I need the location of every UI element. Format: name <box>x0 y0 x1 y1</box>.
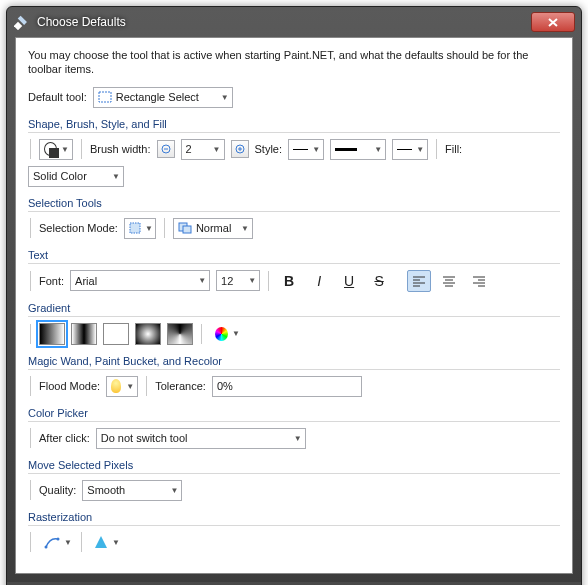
gradient-radial-button[interactable] <box>135 323 161 345</box>
selection-section-title: Selection Tools <box>28 197 560 209</box>
line-icon <box>335 148 357 151</box>
align-center-button[interactable] <box>437 270 461 292</box>
raster-flask-dropdown[interactable]: ▼ <box>90 532 124 553</box>
svg-point-23 <box>45 546 48 549</box>
style-end-dropdown[interactable]: ▼ <box>392 139 428 160</box>
chevron-down-icon: ▼ <box>170 486 178 495</box>
fill-value: Solid Color <box>33 170 87 182</box>
selection-mode-dropdown[interactable]: ▼ <box>124 218 156 239</box>
color-wheel-icon <box>215 327 228 341</box>
tolerance-value: 0% <box>217 380 233 392</box>
gradient-reflected-button[interactable] <box>71 323 97 345</box>
chevron-down-icon: ▼ <box>374 145 382 154</box>
curve-icon <box>44 535 60 549</box>
gradient-conical-button[interactable] <box>167 323 193 345</box>
strike-button[interactable]: S <box>367 270 391 292</box>
selection-combine-icon <box>178 222 192 234</box>
chevron-down-icon: ▼ <box>112 172 120 181</box>
dialog-body: You may choose the tool that is active w… <box>15 37 573 574</box>
svg-rect-2 <box>99 92 111 102</box>
style-label: Style: <box>255 143 283 155</box>
chevron-down-icon: ▼ <box>213 145 221 154</box>
flask-icon <box>95 536 107 548</box>
close-button[interactable] <box>531 12 575 32</box>
flood-mode-dropdown[interactable]: ▼ <box>106 376 138 397</box>
chevron-down-icon: ▼ <box>232 329 240 338</box>
gradient-diamond-button[interactable] <box>103 323 129 345</box>
gradient-section-title: Gradient <box>28 302 560 314</box>
fill-label: Fill: <box>445 143 462 155</box>
gradient-linear-button[interactable] <box>39 323 65 345</box>
bold-button[interactable]: B <box>277 270 301 292</box>
shape-icon <box>44 142 57 156</box>
selection-combine-value: Normal <box>196 222 231 234</box>
line-icon <box>397 149 412 150</box>
font-label: Font: <box>39 275 64 287</box>
flood-mode-label: Flood Mode: <box>39 380 100 392</box>
svg-rect-10 <box>183 226 191 233</box>
after-click-label: After click: <box>39 432 90 444</box>
default-tool-label: Default tool: <box>28 91 87 103</box>
brush-width-increase-button[interactable] <box>231 140 249 158</box>
chevron-down-icon: ▼ <box>145 224 153 233</box>
titlebar: Choose Defaults <box>7 7 581 37</box>
after-click-value: Do not switch tool <box>101 432 188 444</box>
move-section-title: Move Selected Pixels <box>28 459 560 471</box>
brush-width-label: Brush width: <box>90 143 151 155</box>
brush-width-dropdown[interactable]: 2 ▼ <box>181 139 225 160</box>
svg-rect-0 <box>14 22 22 30</box>
underline-button[interactable]: U <box>337 270 361 292</box>
text-section-title: Text <box>28 249 560 261</box>
italic-button[interactable]: I <box>307 270 331 292</box>
font-value: Arial <box>75 275 97 287</box>
chevron-down-icon: ▼ <box>416 145 424 154</box>
fill-dropdown[interactable]: Solid Color ▼ <box>28 166 124 187</box>
selection-mode-icon <box>129 222 141 234</box>
picker-section-title: Color Picker <box>28 407 560 419</box>
quality-label: Quality: <box>39 484 76 496</box>
after-click-dropdown[interactable]: Do not switch tool ▼ <box>96 428 306 449</box>
tolerance-input[interactable]: 0% <box>212 376 362 397</box>
style-start-dropdown[interactable]: ▼ <box>288 139 324 160</box>
chevron-down-icon: ▼ <box>126 382 134 391</box>
selection-mode-label: Selection Mode: <box>39 222 118 234</box>
intro-text: You may choose the tool that is active w… <box>28 48 560 77</box>
default-tool-value: Rectangle Select <box>116 91 199 103</box>
app-icon <box>13 13 31 31</box>
default-tool-dropdown[interactable]: Rectangle Select ▼ <box>93 87 233 108</box>
align-right-button[interactable] <box>467 270 491 292</box>
chevron-down-icon: ▼ <box>312 145 320 154</box>
shape-type-dropdown[interactable]: ▼ <box>39 139 73 160</box>
tolerance-label: Tolerance: <box>155 380 206 392</box>
chevron-down-icon: ▼ <box>61 145 69 154</box>
svg-rect-8 <box>130 223 140 233</box>
align-left-button[interactable] <box>407 270 431 292</box>
quality-value: Smooth <box>87 484 125 496</box>
chevron-down-icon: ▼ <box>198 276 206 285</box>
raster-curve-dropdown[interactable]: ▼ <box>39 532 73 553</box>
rectangle-select-icon <box>98 91 112 103</box>
raster-section-title: Rasterization <box>28 511 560 523</box>
brush-width-decrease-button[interactable] <box>157 140 175 158</box>
line-icon <box>293 149 308 150</box>
chevron-down-icon: ▼ <box>294 434 302 443</box>
chevron-down-icon: ▼ <box>248 276 256 285</box>
chevron-down-icon: ▼ <box>64 538 72 547</box>
chevron-down-icon: ▼ <box>241 224 249 233</box>
chevron-down-icon: ▼ <box>112 538 120 547</box>
font-dropdown[interactable]: Arial ▼ <box>70 270 210 291</box>
font-size-value: 12 <box>221 275 233 287</box>
brush-width-value: 2 <box>186 143 192 155</box>
window-title: Choose Defaults <box>37 15 531 29</box>
dialog-footer: Reset Load From Toolbar Save Cancel <box>7 582 581 585</box>
quality-dropdown[interactable]: Smooth ▼ <box>82 480 182 501</box>
style-dash-dropdown[interactable]: ▼ <box>330 139 386 160</box>
chevron-down-icon: ▼ <box>221 93 229 102</box>
font-size-dropdown[interactable]: 12 ▼ <box>216 270 260 291</box>
shape-section-title: Shape, Brush, Style, and Fill <box>28 118 560 130</box>
selection-combine-dropdown[interactable]: Normal ▼ <box>173 218 253 239</box>
dialog-window: Choose Defaults You may choose the tool … <box>6 6 582 585</box>
gradient-color-dropdown[interactable]: ▼ <box>210 323 244 344</box>
magic-section-title: Magic Wand, Paint Bucket, and Recolor <box>28 355 560 367</box>
bulb-icon <box>111 379 121 393</box>
